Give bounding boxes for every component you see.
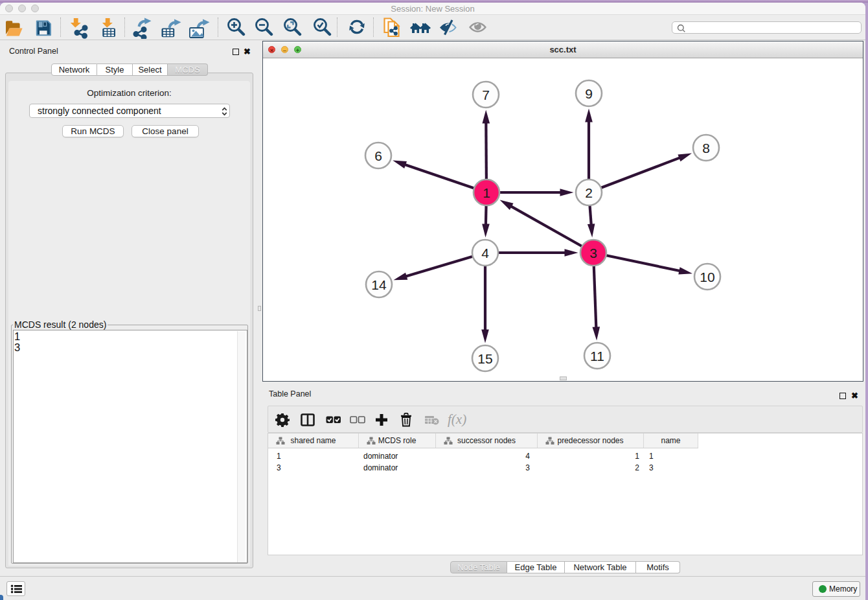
- svg-text:10: 10: [700, 270, 714, 284]
- svg-text:1: 1: [483, 185, 490, 200]
- svg-text:15: 15: [477, 351, 492, 366]
- svg-text:2: 2: [585, 185, 593, 200]
- svg-text:8: 8: [702, 141, 710, 156]
- svg-text:11: 11: [590, 349, 604, 363]
- svg-text:3: 3: [589, 246, 597, 260]
- svg-text:4: 4: [481, 246, 489, 260]
- svg-text:6: 6: [374, 148, 382, 163]
- svg-text:14: 14: [371, 277, 387, 292]
- svg-text:9: 9: [585, 86, 593, 101]
- svg-text:7: 7: [482, 87, 490, 102]
